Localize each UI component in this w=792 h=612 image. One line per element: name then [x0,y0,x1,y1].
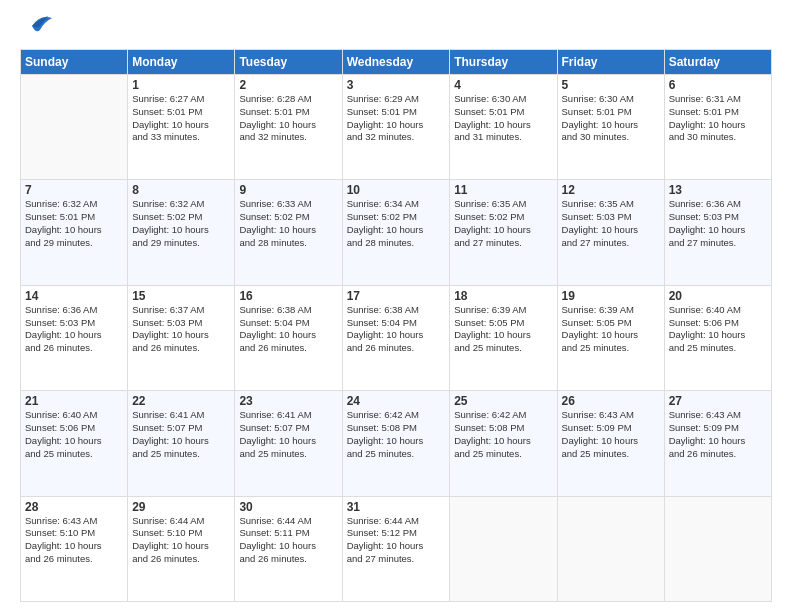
day-info: Sunrise: 6:27 AM Sunset: 5:01 PM Dayligh… [132,93,230,144]
day-number: 11 [454,183,552,197]
day-info: Sunrise: 6:44 AM Sunset: 5:10 PM Dayligh… [132,515,230,566]
weekday-header-wednesday: Wednesday [342,50,450,75]
calendar-day-4-4: 24Sunrise: 6:42 AM Sunset: 5:08 PM Dayli… [342,391,450,496]
calendar-day-4-7: 27Sunrise: 6:43 AM Sunset: 5:09 PM Dayli… [664,391,771,496]
day-number: 26 [562,394,660,408]
day-info: Sunrise: 6:36 AM Sunset: 5:03 PM Dayligh… [669,198,767,249]
day-number: 4 [454,78,552,92]
day-info: Sunrise: 6:44 AM Sunset: 5:12 PM Dayligh… [347,515,446,566]
day-number: 3 [347,78,446,92]
day-info: Sunrise: 6:38 AM Sunset: 5:04 PM Dayligh… [239,304,337,355]
calendar-day-2-5: 11Sunrise: 6:35 AM Sunset: 5:02 PM Dayli… [450,180,557,285]
day-info: Sunrise: 6:33 AM Sunset: 5:02 PM Dayligh… [239,198,337,249]
day-info: Sunrise: 6:36 AM Sunset: 5:03 PM Dayligh… [25,304,123,355]
calendar-day-3-2: 15Sunrise: 6:37 AM Sunset: 5:03 PM Dayli… [128,285,235,390]
calendar-day-3-7: 20Sunrise: 6:40 AM Sunset: 5:06 PM Dayli… [664,285,771,390]
calendar-day-2-2: 8Sunrise: 6:32 AM Sunset: 5:02 PM Daylig… [128,180,235,285]
calendar-day-5-5 [450,496,557,601]
calendar-week-2: 7Sunrise: 6:32 AM Sunset: 5:01 PM Daylig… [21,180,772,285]
day-info: Sunrise: 6:30 AM Sunset: 5:01 PM Dayligh… [562,93,660,144]
day-info: Sunrise: 6:43 AM Sunset: 5:09 PM Dayligh… [562,409,660,460]
day-number: 24 [347,394,446,408]
day-number: 5 [562,78,660,92]
day-info: Sunrise: 6:40 AM Sunset: 5:06 PM Dayligh… [25,409,123,460]
day-info: Sunrise: 6:42 AM Sunset: 5:08 PM Dayligh… [347,409,446,460]
day-number: 29 [132,500,230,514]
calendar-day-3-5: 18Sunrise: 6:39 AM Sunset: 5:05 PM Dayli… [450,285,557,390]
weekday-header-sunday: Sunday [21,50,128,75]
day-info: Sunrise: 6:30 AM Sunset: 5:01 PM Dayligh… [454,93,552,144]
day-info: Sunrise: 6:44 AM Sunset: 5:11 PM Dayligh… [239,515,337,566]
calendar-day-5-2: 29Sunrise: 6:44 AM Sunset: 5:10 PM Dayli… [128,496,235,601]
calendar-day-5-4: 31Sunrise: 6:44 AM Sunset: 5:12 PM Dayli… [342,496,450,601]
calendar-day-1-5: 4Sunrise: 6:30 AM Sunset: 5:01 PM Daylig… [450,75,557,180]
day-number: 27 [669,394,767,408]
day-info: Sunrise: 6:32 AM Sunset: 5:01 PM Dayligh… [25,198,123,249]
day-number: 15 [132,289,230,303]
weekday-header-tuesday: Tuesday [235,50,342,75]
day-number: 17 [347,289,446,303]
calendar-day-3-6: 19Sunrise: 6:39 AM Sunset: 5:05 PM Dayli… [557,285,664,390]
calendar-day-1-1 [21,75,128,180]
day-info: Sunrise: 6:34 AM Sunset: 5:02 PM Dayligh… [347,198,446,249]
day-info: Sunrise: 6:43 AM Sunset: 5:09 PM Dayligh… [669,409,767,460]
day-number: 31 [347,500,446,514]
calendar-day-5-1: 28Sunrise: 6:43 AM Sunset: 5:10 PM Dayli… [21,496,128,601]
day-number: 16 [239,289,337,303]
day-info: Sunrise: 6:31 AM Sunset: 5:01 PM Dayligh… [669,93,767,144]
calendar-day-5-3: 30Sunrise: 6:44 AM Sunset: 5:11 PM Dayli… [235,496,342,601]
calendar-week-3: 14Sunrise: 6:36 AM Sunset: 5:03 PM Dayli… [21,285,772,390]
day-number: 28 [25,500,123,514]
day-number: 1 [132,78,230,92]
day-number: 12 [562,183,660,197]
calendar-day-4-5: 25Sunrise: 6:42 AM Sunset: 5:08 PM Dayli… [450,391,557,496]
calendar-day-4-2: 22Sunrise: 6:41 AM Sunset: 5:07 PM Dayli… [128,391,235,496]
day-info: Sunrise: 6:41 AM Sunset: 5:07 PM Dayligh… [239,409,337,460]
calendar-day-1-7: 6Sunrise: 6:31 AM Sunset: 5:01 PM Daylig… [664,75,771,180]
calendar-day-5-6 [557,496,664,601]
day-number: 14 [25,289,123,303]
weekday-header-friday: Friday [557,50,664,75]
calendar-day-1-6: 5Sunrise: 6:30 AM Sunset: 5:01 PM Daylig… [557,75,664,180]
day-info: Sunrise: 6:38 AM Sunset: 5:04 PM Dayligh… [347,304,446,355]
day-info: Sunrise: 6:32 AM Sunset: 5:02 PM Dayligh… [132,198,230,249]
day-number: 19 [562,289,660,303]
day-number: 18 [454,289,552,303]
day-number: 22 [132,394,230,408]
calendar-week-4: 21Sunrise: 6:40 AM Sunset: 5:06 PM Dayli… [21,391,772,496]
logo [20,18,54,41]
day-info: Sunrise: 6:39 AM Sunset: 5:05 PM Dayligh… [454,304,552,355]
day-number: 10 [347,183,446,197]
weekday-header-saturday: Saturday [664,50,771,75]
day-number: 25 [454,394,552,408]
day-info: Sunrise: 6:35 AM Sunset: 5:03 PM Dayligh… [562,198,660,249]
calendar-day-4-1: 21Sunrise: 6:40 AM Sunset: 5:06 PM Dayli… [21,391,128,496]
weekday-header-monday: Monday [128,50,235,75]
day-info: Sunrise: 6:42 AM Sunset: 5:08 PM Dayligh… [454,409,552,460]
calendar-day-2-7: 13Sunrise: 6:36 AM Sunset: 5:03 PM Dayli… [664,180,771,285]
calendar-day-3-4: 17Sunrise: 6:38 AM Sunset: 5:04 PM Dayli… [342,285,450,390]
day-info: Sunrise: 6:37 AM Sunset: 5:03 PM Dayligh… [132,304,230,355]
day-number: 2 [239,78,337,92]
calendar-day-3-1: 14Sunrise: 6:36 AM Sunset: 5:03 PM Dayli… [21,285,128,390]
calendar-day-5-7 [664,496,771,601]
calendar-table: SundayMondayTuesdayWednesdayThursdayFrid… [20,49,772,602]
calendar-week-1: 1Sunrise: 6:27 AM Sunset: 5:01 PM Daylig… [21,75,772,180]
day-info: Sunrise: 6:40 AM Sunset: 5:06 PM Dayligh… [669,304,767,355]
day-number: 13 [669,183,767,197]
calendar-day-4-6: 26Sunrise: 6:43 AM Sunset: 5:09 PM Dayli… [557,391,664,496]
day-number: 30 [239,500,337,514]
day-number: 6 [669,78,767,92]
header [20,18,772,41]
calendar-day-1-4: 3Sunrise: 6:29 AM Sunset: 5:01 PM Daylig… [342,75,450,180]
logo-bird-icon [22,12,54,40]
day-number: 7 [25,183,123,197]
day-number: 9 [239,183,337,197]
weekday-header-thursday: Thursday [450,50,557,75]
calendar-day-3-3: 16Sunrise: 6:38 AM Sunset: 5:04 PM Dayli… [235,285,342,390]
day-info: Sunrise: 6:35 AM Sunset: 5:02 PM Dayligh… [454,198,552,249]
day-info: Sunrise: 6:28 AM Sunset: 5:01 PM Dayligh… [239,93,337,144]
calendar-day-2-3: 9Sunrise: 6:33 AM Sunset: 5:02 PM Daylig… [235,180,342,285]
day-number: 23 [239,394,337,408]
day-info: Sunrise: 6:29 AM Sunset: 5:01 PM Dayligh… [347,93,446,144]
